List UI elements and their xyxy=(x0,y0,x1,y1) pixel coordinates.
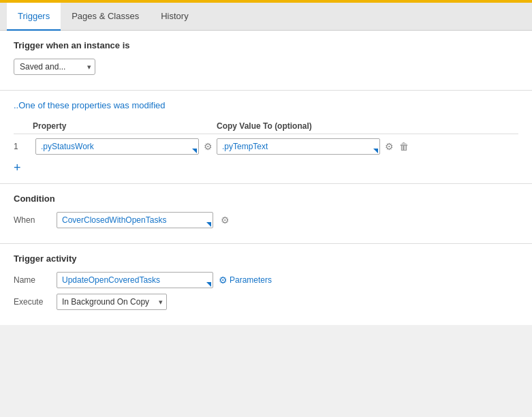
saved-and-row: Saved and... Created Updated Deleted xyxy=(14,59,518,75)
main-content: Trigger when an instance is Saved and...… xyxy=(0,31,532,325)
activity-name-input[interactable] xyxy=(57,272,213,288)
copy-value-input-wrapper xyxy=(217,138,380,155)
property-gear-icon[interactable]: ⚙ xyxy=(202,140,214,153)
activity-name-input-wrapper xyxy=(57,272,213,288)
tab-history[interactable]: History xyxy=(150,3,199,31)
condition-section-title: Condition xyxy=(14,194,518,204)
condition-input[interactable] xyxy=(57,212,213,228)
col-property-header: Property xyxy=(33,121,217,131)
condition-when-row: When ⚙ xyxy=(14,212,518,228)
tab-pages-classes[interactable]: Pages & Classes xyxy=(61,3,150,31)
execute-select[interactable]: In Background On Copy Immediately In Bac… xyxy=(57,294,167,310)
activity-name-row: Name ⚙ Parameters xyxy=(14,272,518,288)
execute-label: Execute xyxy=(14,297,51,307)
params-gear-icon: ⚙ xyxy=(219,275,228,285)
properties-section: ..One of these properties was modified P… xyxy=(0,91,532,184)
condition-input-wrapper xyxy=(57,212,213,228)
when-label: When xyxy=(14,215,51,225)
copy-value-input[interactable] xyxy=(217,138,380,155)
col-num-header xyxy=(14,121,33,131)
property-input[interactable] xyxy=(35,138,199,155)
trigger-section: Trigger when an instance is Saved and...… xyxy=(0,31,532,91)
activity-section-title: Trigger activity xyxy=(14,253,518,264)
table-row: 1 ⚙ ⚙ 🗑 xyxy=(14,138,518,155)
params-label: Parameters xyxy=(230,275,272,285)
properties-section-title: ..One of these properties was modified xyxy=(14,100,518,110)
activity-section: Trigger activity Name ⚙ Parameters Execu… xyxy=(0,244,532,325)
trigger-section-title: Trigger when an instance is xyxy=(14,40,518,50)
tab-triggers[interactable]: Triggers xyxy=(7,3,61,31)
add-property-button[interactable]: + xyxy=(14,161,21,174)
tabs-bar: Triggers Pages & Classes History xyxy=(0,3,532,31)
property-input-wrapper xyxy=(35,138,199,155)
delete-row-icon[interactable]: 🗑 xyxy=(398,140,410,153)
execute-select-wrapper: In Background On Copy Immediately In Bac… xyxy=(57,294,167,310)
condition-gear-icon[interactable]: ⚙ xyxy=(219,214,231,226)
copy-gear-icon[interactable]: ⚙ xyxy=(383,140,395,153)
saved-and-select[interactable]: Saved and... Created Updated Deleted xyxy=(14,59,95,75)
parameters-link[interactable]: ⚙ Parameters xyxy=(219,275,272,285)
execute-row: Execute In Background On Copy Immediatel… xyxy=(14,294,518,310)
properties-table-header: Property Copy Value To (optional) xyxy=(14,119,518,134)
row-number: 1 xyxy=(14,142,33,151)
saved-and-select-wrapper: Saved and... Created Updated Deleted xyxy=(14,59,95,75)
col-copy-header: Copy Value To (optional) xyxy=(217,121,518,131)
condition-section: Condition When ⚙ xyxy=(0,184,532,244)
name-label: Name xyxy=(14,275,51,285)
